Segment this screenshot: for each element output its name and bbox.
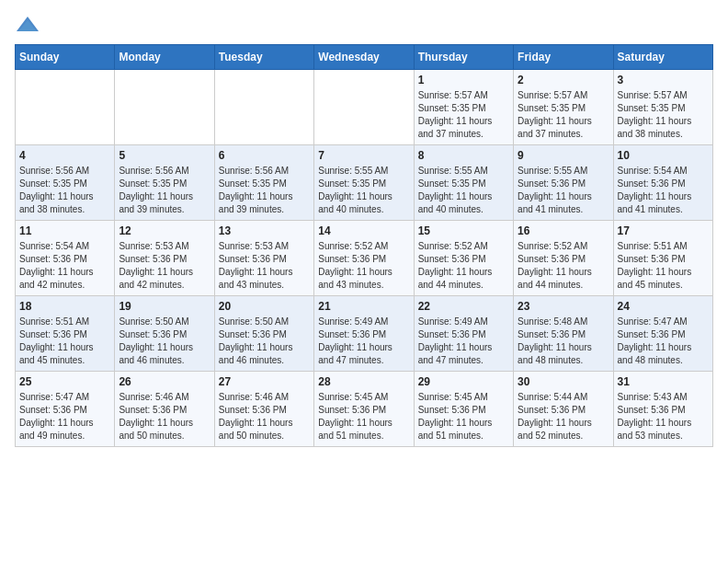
weekday-header-row: SundayMondayTuesdayWednesdayThursdayFrid… — [16, 45, 713, 70]
day-info: Sunrise: 5:57 AM Sunset: 5:35 PM Dayligh… — [618, 89, 709, 141]
day-info: Sunrise: 5:50 AM Sunset: 5:36 PM Dayligh… — [219, 316, 310, 367]
day-info: Sunrise: 5:56 AM Sunset: 5:35 PM Dayligh… — [19, 165, 110, 216]
calendar-cell: 22Sunrise: 5:49 AM Sunset: 5:36 PM Dayli… — [414, 296, 513, 372]
day-number: 22 — [418, 300, 509, 313]
calendar-cell: 17Sunrise: 5:51 AM Sunset: 5:36 PM Dayli… — [613, 221, 712, 296]
calendar-cell — [115, 70, 214, 145]
day-info: Sunrise: 5:52 AM Sunset: 5:36 PM Dayligh… — [518, 240, 609, 292]
day-number: 24 — [618, 300, 709, 313]
day-number: 15 — [418, 224, 509, 237]
day-info: Sunrise: 5:55 AM Sunset: 5:36 PM Dayligh… — [518, 165, 609, 216]
day-number: 8 — [418, 149, 509, 162]
day-info: Sunrise: 5:56 AM Sunset: 5:35 PM Dayligh… — [219, 165, 310, 216]
calendar-cell: 8Sunrise: 5:55 AM Sunset: 5:35 PM Daylig… — [414, 145, 513, 221]
day-info: Sunrise: 5:56 AM Sunset: 5:35 PM Dayligh… — [119, 165, 210, 216]
day-number: 16 — [518, 224, 609, 237]
calendar-cell: 20Sunrise: 5:50 AM Sunset: 5:36 PM Dayli… — [214, 296, 313, 372]
day-info: Sunrise: 5:48 AM Sunset: 5:36 PM Dayligh… — [518, 316, 609, 367]
day-number: 2 — [518, 74, 609, 86]
calendar-cell: 25Sunrise: 5:47 AM Sunset: 5:36 PM Dayli… — [16, 372, 115, 447]
day-info: Sunrise: 5:57 AM Sunset: 5:35 PM Dayligh… — [518, 89, 609, 141]
calendar-cell: 28Sunrise: 5:45 AM Sunset: 5:36 PM Dayli… — [314, 372, 414, 447]
day-number: 10 — [618, 149, 709, 162]
calendar-cell: 29Sunrise: 5:45 AM Sunset: 5:36 PM Dayli… — [414, 372, 513, 447]
weekday-header-monday: Monday — [115, 45, 214, 70]
day-number: 13 — [219, 224, 310, 237]
calendar-cell: 27Sunrise: 5:46 AM Sunset: 5:36 PM Dayli… — [214, 372, 313, 447]
day-info: Sunrise: 5:53 AM Sunset: 5:36 PM Dayligh… — [119, 240, 210, 292]
calendar-cell: 10Sunrise: 5:54 AM Sunset: 5:36 PM Dayli… — [613, 145, 712, 221]
day-number: 9 — [518, 149, 609, 162]
calendar-cell: 9Sunrise: 5:55 AM Sunset: 5:36 PM Daylig… — [514, 145, 613, 221]
day-number: 14 — [318, 224, 409, 237]
day-number: 30 — [518, 375, 609, 388]
day-info: Sunrise: 5:57 AM Sunset: 5:35 PM Dayligh… — [418, 89, 509, 141]
calendar-week-row: 25Sunrise: 5:47 AM Sunset: 5:36 PM Dayli… — [16, 372, 713, 447]
day-info: Sunrise: 5:45 AM Sunset: 5:36 PM Dayligh… — [418, 391, 509, 442]
day-info: Sunrise: 5:51 AM Sunset: 5:36 PM Dayligh… — [19, 316, 110, 367]
calendar-cell — [214, 70, 313, 145]
calendar-cell: 11Sunrise: 5:54 AM Sunset: 5:36 PM Dayli… — [16, 221, 115, 296]
calendar-cell: 13Sunrise: 5:53 AM Sunset: 5:36 PM Dayli… — [214, 221, 313, 296]
day-number: 23 — [518, 300, 609, 313]
calendar-week-row: 4Sunrise: 5:56 AM Sunset: 5:35 PM Daylig… — [16, 145, 713, 221]
calendar-cell: 21Sunrise: 5:49 AM Sunset: 5:36 PM Dayli… — [314, 296, 414, 372]
day-number: 20 — [219, 300, 310, 313]
calendar-cell: 19Sunrise: 5:50 AM Sunset: 5:36 PM Dayli… — [115, 296, 214, 372]
day-number: 3 — [618, 74, 709, 86]
day-info: Sunrise: 5:54 AM Sunset: 5:36 PM Dayligh… — [618, 165, 709, 216]
day-info: Sunrise: 5:51 AM Sunset: 5:36 PM Dayligh… — [618, 240, 709, 292]
weekday-header-wednesday: Wednesday — [314, 45, 414, 70]
logo-icon — [15, 15, 40, 35]
calendar-week-row: 1Sunrise: 5:57 AM Sunset: 5:35 PM Daylig… — [16, 70, 713, 145]
day-number: 29 — [418, 375, 509, 388]
day-number: 11 — [19, 224, 110, 237]
day-info: Sunrise: 5:47 AM Sunset: 5:36 PM Dayligh… — [618, 316, 709, 367]
calendar-cell: 31Sunrise: 5:43 AM Sunset: 5:36 PM Dayli… — [613, 372, 712, 447]
day-number: 5 — [119, 149, 210, 162]
weekday-header-thursday: Thursday — [414, 45, 513, 70]
calendar-cell — [16, 70, 115, 145]
day-number: 21 — [318, 300, 409, 313]
day-number: 19 — [119, 300, 210, 313]
calendar-cell: 14Sunrise: 5:52 AM Sunset: 5:36 PM Dayli… — [314, 221, 414, 296]
day-info: Sunrise: 5:52 AM Sunset: 5:36 PM Dayligh… — [318, 240, 409, 292]
calendar-cell: 26Sunrise: 5:46 AM Sunset: 5:36 PM Dayli… — [115, 372, 214, 447]
calendar-cell: 24Sunrise: 5:47 AM Sunset: 5:36 PM Dayli… — [613, 296, 712, 372]
weekday-header-saturday: Saturday — [613, 45, 712, 70]
day-number: 7 — [318, 149, 409, 162]
calendar-week-row: 11Sunrise: 5:54 AM Sunset: 5:36 PM Dayli… — [16, 221, 713, 296]
calendar-cell: 3Sunrise: 5:57 AM Sunset: 5:35 PM Daylig… — [613, 70, 712, 145]
calendar-cell: 5Sunrise: 5:56 AM Sunset: 5:35 PM Daylig… — [115, 145, 214, 221]
day-number: 31 — [618, 375, 709, 388]
calendar-table: SundayMondayTuesdayWednesdayThursdayFrid… — [15, 44, 713, 447]
day-info: Sunrise: 5:44 AM Sunset: 5:36 PM Dayligh… — [518, 391, 609, 442]
day-number: 18 — [19, 300, 110, 313]
page-header — [15, 15, 713, 35]
calendar-cell: 2Sunrise: 5:57 AM Sunset: 5:35 PM Daylig… — [514, 70, 613, 145]
day-info: Sunrise: 5:45 AM Sunset: 5:36 PM Dayligh… — [318, 391, 409, 442]
calendar-cell: 7Sunrise: 5:55 AM Sunset: 5:35 PM Daylig… — [314, 145, 414, 221]
day-info: Sunrise: 5:53 AM Sunset: 5:36 PM Dayligh… — [219, 240, 310, 292]
calendar-cell: 30Sunrise: 5:44 AM Sunset: 5:36 PM Dayli… — [514, 372, 613, 447]
calendar-week-row: 18Sunrise: 5:51 AM Sunset: 5:36 PM Dayli… — [16, 296, 713, 372]
day-number: 12 — [119, 224, 210, 237]
weekday-header-tuesday: Tuesday — [214, 45, 313, 70]
day-info: Sunrise: 5:46 AM Sunset: 5:36 PM Dayligh… — [119, 391, 210, 442]
calendar-cell: 6Sunrise: 5:56 AM Sunset: 5:35 PM Daylig… — [214, 145, 313, 221]
weekday-header-sunday: Sunday — [16, 45, 115, 70]
day-info: Sunrise: 5:50 AM Sunset: 5:36 PM Dayligh… — [119, 316, 210, 367]
logo — [15, 15, 44, 35]
day-number: 1 — [418, 74, 509, 86]
day-info: Sunrise: 5:52 AM Sunset: 5:36 PM Dayligh… — [418, 240, 509, 292]
calendar-cell: 1Sunrise: 5:57 AM Sunset: 5:35 PM Daylig… — [414, 70, 513, 145]
day-number: 17 — [618, 224, 709, 237]
calendar-cell: 18Sunrise: 5:51 AM Sunset: 5:36 PM Dayli… — [16, 296, 115, 372]
day-info: Sunrise: 5:49 AM Sunset: 5:36 PM Dayligh… — [318, 316, 409, 367]
day-number: 6 — [219, 149, 310, 162]
day-number: 28 — [318, 375, 409, 388]
calendar-cell: 12Sunrise: 5:53 AM Sunset: 5:36 PM Dayli… — [115, 221, 214, 296]
calendar-cell — [314, 70, 414, 145]
calendar-cell: 15Sunrise: 5:52 AM Sunset: 5:36 PM Dayli… — [414, 221, 513, 296]
day-number: 25 — [19, 375, 110, 388]
